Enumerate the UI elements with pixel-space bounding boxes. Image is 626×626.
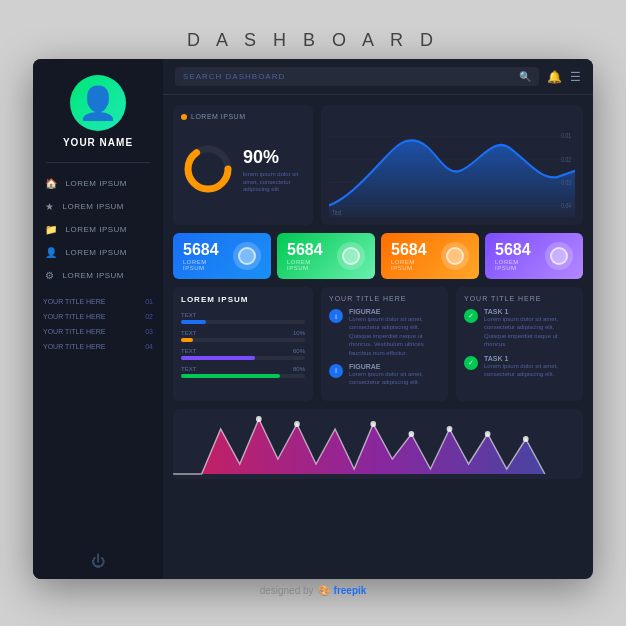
sidebar-link-label-1: YOUR TITLE HERE xyxy=(43,313,106,320)
bell-icon[interactable]: 🔔 xyxy=(547,70,562,84)
title-icon-1-0: ✓ xyxy=(464,309,478,323)
sidebar-links: YOUR TITLE HERE 01 YOUR TITLE HERE 02 YO… xyxy=(33,296,163,352)
stat-circle-inner-2 xyxy=(446,247,464,265)
sidebar-link-num-3: 04 xyxy=(145,343,153,350)
sidebar-link-0[interactable]: YOUR TITLE HERE 01 xyxy=(43,296,153,307)
stat-info-1: 5684 LOREM IPSUM xyxy=(287,241,329,271)
sidebar-item-label-2: LOREM IPSUM xyxy=(66,225,128,234)
donut-percent: 90% xyxy=(243,147,305,168)
footer-brand: freepik xyxy=(334,585,367,596)
sidebar: 👤 YOUR NAME 🏠 LOREM IPSUM ★ LOREM IPSUM … xyxy=(33,59,163,579)
home-icon: 🏠 xyxy=(45,178,58,189)
sidebar-item-3[interactable]: 👤 LOREM IPSUM xyxy=(33,242,163,263)
freepik-icon: 🎨 xyxy=(318,585,330,596)
progress-bar-bg-3 xyxy=(181,374,305,378)
progress-bar-fill-1 xyxy=(181,338,193,342)
title-item-content-0-0: FIGURAE Lorem ipsum dolor sit amet, cons… xyxy=(349,308,440,357)
donut-info: 90% lorem ipsum dolor sit amet, consecte… xyxy=(243,147,305,194)
stat-card-1: 5684 LOREM IPSUM xyxy=(277,233,375,279)
donut-card: LOREM IPSUM 90% lorem ipsum do xyxy=(173,105,313,225)
sidebar-link-label-2: YOUR TITLE HERE xyxy=(43,328,106,335)
svg-point-11 xyxy=(256,416,262,422)
svg-text:0.01: 0.01 xyxy=(561,133,571,140)
stat-label-0: LOREM IPSUM xyxy=(183,259,225,271)
title-card-item-1-0: ✓ TASK 1 Lorem ipsum dolor sit amet, con… xyxy=(464,308,575,349)
progress-bar-fill-3 xyxy=(181,374,280,378)
dashboard-container: 👤 YOUR NAME 🏠 LOREM IPSUM ★ LOREM IPSUM … xyxy=(33,59,593,579)
title-card-item-1-1: ✓ TASK 1 Lorem ipsum dolor sit amet, con… xyxy=(464,355,575,379)
stat-circle-inner-1 xyxy=(342,247,360,265)
progress-label-2: TEXT xyxy=(181,348,196,354)
progress-pct-1: 10% xyxy=(293,330,305,336)
title-card-0: YOUR TITLE HERE i FIGURAE Lorem ipsum do… xyxy=(321,287,448,401)
search-bar[interactable]: SEARCH DASHBOARD 🔍 xyxy=(175,67,539,86)
sidebar-item-4[interactable]: ⚙ LOREM IPSUM xyxy=(33,265,163,286)
folder-icon: 📁 xyxy=(45,224,58,235)
stat-number-0: 5684 xyxy=(183,241,225,259)
power-icon[interactable]: ⏻ xyxy=(91,553,105,569)
stat-card-0: 5684 LOREM IPSUM xyxy=(173,233,271,279)
progress-card: LOREM IPSUM TEXT TEXT 10% xyxy=(173,287,313,401)
sidebar-item-0[interactable]: 🏠 LOREM IPSUM xyxy=(33,173,163,194)
sidebar-link-2[interactable]: YOUR TITLE HERE 03 xyxy=(43,326,153,337)
sidebar-item-1[interactable]: ★ LOREM IPSUM xyxy=(33,196,163,217)
donut-subtext: lorem ipsum dolor sit amet, consectetur … xyxy=(243,171,305,194)
title-item-name-0-0: FIGURAE xyxy=(349,308,440,315)
title-icon-0-0: i xyxy=(329,309,343,323)
title-icon-0-1: i xyxy=(329,364,343,378)
title-item-name-1-1: TASK 1 xyxy=(484,355,575,362)
stat-circle-3 xyxy=(545,242,573,270)
progress-title: LOREM IPSUM xyxy=(181,295,305,304)
title-item-name-0-1: FIGURAE xyxy=(349,363,440,370)
donut-label: LOREM IPSUM xyxy=(191,113,246,120)
sidebar-link-label-0: YOUR TITLE HERE xyxy=(43,298,106,305)
progress-pct-3: 80% xyxy=(293,366,305,372)
svg-text:0.02: 0.02 xyxy=(561,156,571,163)
title-item-content-1-1: TASK 1 Lorem ipsum dolor sit amet, conse… xyxy=(484,355,575,379)
stat-number-2: 5684 xyxy=(391,241,433,259)
title-item-content-1-0: TASK 1 Lorem ipsum dolor sit amet, conse… xyxy=(484,308,575,349)
stat-cards-row: 5684 LOREM IPSUM 5684 LOREM IPSUM xyxy=(173,233,583,279)
svg-point-17 xyxy=(523,436,529,442)
sidebar-link-3[interactable]: YOUR TITLE HERE 04 xyxy=(43,341,153,352)
progress-bar-fill-0 xyxy=(181,320,206,324)
title-icon-1-1: ✓ xyxy=(464,356,478,370)
stat-circle-1 xyxy=(337,242,365,270)
title-item-text-1-0: Lorem ipsum dolor sit amet, consectetur … xyxy=(484,315,575,349)
sidebar-link-1[interactable]: YOUR TITLE HERE 02 xyxy=(43,311,153,322)
svg-point-14 xyxy=(409,431,415,437)
sidebar-item-label-3: LOREM IPSUM xyxy=(66,248,128,257)
sidebar-link-num-0: 01 xyxy=(145,298,153,305)
stat-info-2: 5684 LOREM IPSUM xyxy=(391,241,433,271)
stat-card-2: 5684 LOREM IPSUM xyxy=(381,233,479,279)
title-card-1: YOUR TITLE HERE ✓ TASK 1 Lorem ipsum dol… xyxy=(456,287,583,401)
main-content: SEARCH DASHBOARD 🔍 🔔 ☰ LOREM IPSUM xyxy=(163,59,593,579)
avatar: 👤 xyxy=(70,75,126,131)
title-item-content-0-1: FIGURAE Lorem ipsum dolor sit amet, cons… xyxy=(349,363,440,387)
stat-label-2: LOREM IPSUM xyxy=(391,259,433,271)
search-icon: 🔍 xyxy=(519,71,531,82)
stat-circle-inner-0 xyxy=(238,247,256,265)
progress-row-3: TEXT 80% xyxy=(181,366,305,378)
sidebar-divider xyxy=(46,162,150,163)
stat-label-1: LOREM IPSUM xyxy=(287,259,329,271)
footer-text: designed by xyxy=(260,585,314,596)
progress-pct-2: 60% xyxy=(293,348,305,354)
donut-row: 90% lorem ipsum dolor sit amet, consecte… xyxy=(181,124,305,217)
line-chart-card: 0.01 0.02 0.03 0.04 Text xyxy=(321,105,583,225)
svg-text:0.04: 0.04 xyxy=(561,202,571,209)
progress-row-2: TEXT 60% xyxy=(181,348,305,360)
sidebar-link-num-2: 03 xyxy=(145,328,153,335)
menu-icon[interactable]: ☰ xyxy=(570,70,581,84)
stat-card-3: 5684 LOREM IPSUM xyxy=(485,233,583,279)
title-item-name-1-0: TASK 1 xyxy=(484,308,575,315)
sidebar-link-label-3: YOUR TITLE HERE xyxy=(43,343,106,350)
line-chart-area: 0.01 0.02 0.03 0.04 Text xyxy=(329,113,575,217)
header: SEARCH DASHBOARD 🔍 🔔 ☰ xyxy=(163,59,593,95)
top-row: LOREM IPSUM 90% lorem ipsum do xyxy=(173,105,583,225)
stat-circle-inner-3 xyxy=(550,247,568,265)
title-item-text-1-1: Lorem ipsum dolor sit amet, consectetur … xyxy=(484,362,575,379)
sidebar-item-2[interactable]: 📁 LOREM IPSUM xyxy=(33,219,163,240)
header-icons: 🔔 ☰ xyxy=(547,70,581,84)
progress-row-0: TEXT xyxy=(181,312,305,324)
